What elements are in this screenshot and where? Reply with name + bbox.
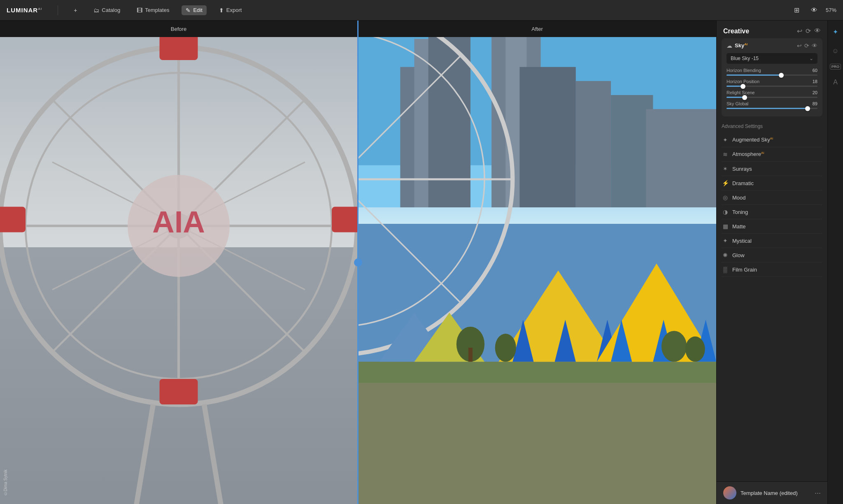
face-icon[interactable]: ☺ bbox=[829, 45, 841, 57]
relight-scene-thumb[interactable] bbox=[742, 95, 747, 100]
sky-reset-icon[interactable]: ⟳ bbox=[804, 42, 809, 49]
glow-icon: ✺ bbox=[722, 252, 729, 258]
advanced-settings-label[interactable]: Advanced Settings bbox=[722, 123, 763, 129]
sunrays-icon: ✶ bbox=[722, 165, 729, 172]
dramatic-label: Dramatic bbox=[732, 180, 822, 186]
sky-global-slider[interactable]: Sky Global 89 bbox=[727, 101, 817, 109]
film-grain-item[interactable]: ▒ Film Grain bbox=[722, 262, 822, 277]
matte-icon: ▦ bbox=[722, 223, 729, 230]
template-options-button[interactable]: ··· bbox=[815, 489, 821, 497]
panel-scroll[interactable]: Creative ↩ ⟳ 👁 ☁ SkyAI ↩ ⟳ 👁 bbox=[717, 21, 827, 481]
advanced-settings: Advanced Settings bbox=[717, 120, 827, 133]
svg-line-14 bbox=[204, 404, 230, 504]
horizon-blending-slider[interactable]: Horizon Blending 60 bbox=[727, 68, 817, 76]
horizon-position-thumb[interactable] bbox=[741, 84, 745, 89]
sky-cloud-icon: ☁ bbox=[727, 42, 732, 49]
sky-global-thumb[interactable] bbox=[805, 106, 810, 111]
template-bottom-bar: Template Name (edited) ··· bbox=[717, 481, 827, 504]
sky-global-fill bbox=[727, 108, 808, 109]
relight-scene-label: Relight Scene bbox=[727, 90, 755, 95]
templates-button[interactable]: 🎞 Templates bbox=[133, 5, 173, 15]
text-icon[interactable]: A bbox=[831, 76, 840, 88]
sky-global-label: Sky Global bbox=[727, 101, 748, 106]
sunrays-item[interactable]: ✶ Sunrays bbox=[722, 162, 822, 176]
dropdown-arrow-icon: ⌄ bbox=[809, 56, 813, 61]
dramatic-item[interactable]: ⚡ Dramatic bbox=[722, 176, 822, 190]
mood-label: Mood bbox=[732, 195, 822, 201]
panel-reset-icon[interactable]: ⟳ bbox=[806, 27, 811, 35]
creative-icon[interactable]: ✦ bbox=[830, 26, 841, 38]
horizon-blending-fill bbox=[727, 74, 781, 76]
glow-item[interactable]: ✺ Glow bbox=[722, 248, 822, 262]
toning-label: Toning bbox=[732, 209, 822, 215]
edit-label: Edit bbox=[193, 7, 202, 13]
svg-rect-10 bbox=[332, 207, 357, 232]
add-button[interactable]: + bbox=[70, 5, 81, 15]
photo-before: AIA ©Dima Sytnik bbox=[0, 37, 358, 504]
edit-button[interactable]: ✎ Edit bbox=[182, 5, 206, 15]
sky-eye-icon[interactable]: 👁 bbox=[812, 42, 817, 49]
horizon-position-track[interactable] bbox=[727, 86, 817, 87]
export-button[interactable]: ⬆ Export bbox=[215, 5, 246, 15]
svg-rect-31 bbox=[646, 109, 716, 207]
svg-line-13 bbox=[128, 404, 153, 504]
svg-rect-11 bbox=[0, 207, 26, 232]
mystical-label: Mystical bbox=[732, 238, 822, 244]
catalog-button[interactable]: 🗂 Catalog bbox=[89, 5, 124, 15]
horizon-blending-track[interactable] bbox=[727, 74, 817, 76]
horizon-position-value: 18 bbox=[813, 79, 817, 84]
ferris-wheel-before: AIA bbox=[0, 37, 357, 504]
panel-undo-icon[interactable]: ↩ bbox=[797, 27, 802, 35]
panel-header-icons: ↩ ⟳ 👁 bbox=[797, 27, 821, 35]
augmented-sky-item[interactable]: ✦ Augmented SkyAI bbox=[722, 133, 822, 147]
horizon-blending-thumb[interactable] bbox=[779, 73, 784, 78]
svg-rect-9 bbox=[160, 37, 198, 60]
sky-global-value: 89 bbox=[813, 101, 817, 106]
svg-point-61 bbox=[495, 334, 516, 362]
catalog-icon: 🗂 bbox=[93, 7, 99, 14]
template-name-label: Template Name (edited) bbox=[741, 490, 810, 496]
sky-section: ☁ SkyAI ↩ ⟳ 👁 Blue Sky -15 ⌄ bbox=[722, 38, 822, 116]
topbar-right: ⊞ 👁 57% bbox=[791, 5, 836, 16]
export-label: Export bbox=[226, 7, 242, 13]
topbar-separator bbox=[58, 5, 58, 15]
relight-scene-value: 20 bbox=[813, 90, 817, 95]
glow-label: Glow bbox=[732, 252, 822, 258]
panel-eye-icon[interactable]: 👁 bbox=[814, 27, 821, 35]
svg-point-63 bbox=[685, 337, 705, 362]
augmented-sky-icon: ✦ bbox=[722, 137, 729, 143]
svg-rect-29 bbox=[576, 81, 611, 207]
right-sidebar: ✦ ☺ PRO A bbox=[827, 21, 843, 504]
panel-title: Creative bbox=[723, 28, 749, 35]
edit-icon: ✎ bbox=[186, 7, 191, 14]
matte-item[interactable]: ▦ Matte bbox=[722, 219, 822, 234]
dramatic-icon: ⚡ bbox=[722, 180, 729, 186]
add-icon: + bbox=[74, 7, 77, 14]
eye-button[interactable]: 👁 bbox=[808, 5, 821, 16]
sky-dropdown[interactable]: Blue Sky -15 ⌄ bbox=[727, 53, 817, 64]
templates-icon: 🎞 bbox=[137, 7, 142, 14]
relight-scene-track[interactable] bbox=[727, 97, 817, 98]
split-handle[interactable] bbox=[354, 258, 362, 267]
relight-scene-slider[interactable]: Relight Scene 20 bbox=[727, 90, 817, 98]
mood-item[interactable]: ◎ Mood bbox=[722, 190, 822, 205]
after-label: After bbox=[358, 21, 716, 37]
toning-icon: ◑ bbox=[722, 209, 729, 215]
svg-rect-44 bbox=[358, 362, 716, 383]
pro-badge: PRO bbox=[830, 64, 841, 70]
svg-rect-12 bbox=[160, 379, 198, 404]
atmosphere-icon: ≋ bbox=[722, 151, 729, 158]
horizon-position-slider[interactable]: Horizon Position 18 bbox=[727, 79, 817, 87]
sky-undo-icon[interactable]: ↩ bbox=[797, 42, 802, 49]
image-area[interactable]: Before After bbox=[0, 21, 716, 504]
toning-item[interactable]: ◑ Toning bbox=[722, 205, 822, 219]
augmented-sky-label: Augmented SkyAI bbox=[732, 137, 822, 143]
svg-rect-60 bbox=[468, 348, 473, 362]
section-list: ✦ Augmented SkyAI ≋ AtmosphereAI ✶ Sunra… bbox=[717, 133, 827, 277]
sky-dropdown-label: Blue Sky -15 bbox=[731, 56, 809, 61]
atmosphere-item[interactable]: ≋ AtmosphereAI bbox=[722, 147, 822, 162]
compare-button[interactable]: ⊞ bbox=[791, 5, 803, 16]
sky-section-label: SkyAI bbox=[735, 42, 794, 49]
mystical-item[interactable]: ✦ Mystical bbox=[722, 234, 822, 248]
sky-global-track[interactable] bbox=[727, 108, 817, 109]
